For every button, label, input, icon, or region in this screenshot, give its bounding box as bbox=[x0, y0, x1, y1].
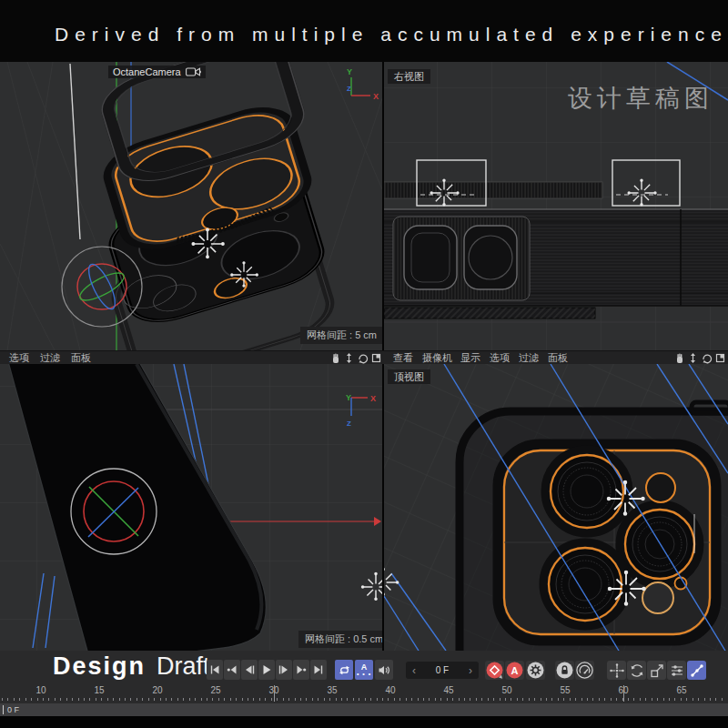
keyframe-track-button[interactable]: A• • • bbox=[355, 660, 373, 680]
bottom-left-scene bbox=[0, 364, 382, 651]
viewport-badge: 右视图 bbox=[388, 69, 430, 84]
keyframe-track-letter: A• • • bbox=[357, 663, 371, 676]
frame-next-arrow[interactable]: › bbox=[469, 664, 472, 677]
design-draft-title: DesignDraft bbox=[53, 652, 210, 681]
playhead-line bbox=[3, 705, 4, 714]
ruler-label: 35 bbox=[320, 685, 344, 695]
menu-panel[interactable]: 面板 bbox=[71, 352, 91, 364]
svg-text:Z: Z bbox=[347, 420, 351, 428]
timeline-scrubber[interactable]: 0 F bbox=[0, 703, 728, 716]
lens-bottom-left bbox=[543, 542, 627, 626]
lens-top-left bbox=[545, 450, 629, 533]
frame-counter[interactable]: ‹ 0 F › bbox=[406, 662, 479, 679]
axis-gizmo: Y X Z bbox=[340, 387, 380, 430]
title-bold: Design bbox=[53, 652, 146, 680]
prev-key-button[interactable] bbox=[224, 660, 240, 680]
svg-text:Z: Z bbox=[347, 85, 351, 93]
banner-title: Derived from multiple accumulated experi… bbox=[55, 24, 728, 46]
next-frame-button[interactable] bbox=[276, 660, 292, 680]
record-scale-button[interactable] bbox=[647, 661, 666, 680]
ruler-label: 50 bbox=[495, 685, 519, 695]
menu-camera[interactable]: 摄像机 bbox=[422, 352, 452, 364]
ruler-label: 20 bbox=[146, 685, 169, 695]
viewport-perspective[interactable]: OctaneCamera Y Z X 网格间距 : 5 cm bbox=[0, 62, 382, 350]
bottom-strip bbox=[0, 716, 728, 728]
frame-counter-value: 0 F bbox=[436, 665, 449, 675]
menu-options[interactable]: 选项 bbox=[9, 352, 29, 364]
top-view-scene bbox=[384, 364, 728, 651]
rotate-view-icon[interactable] bbox=[357, 352, 369, 364]
camera-icon bbox=[186, 67, 201, 76]
ruler-label: 45 bbox=[437, 685, 460, 695]
menu-filter[interactable]: 过滤 bbox=[40, 352, 60, 364]
svg-text:Y: Y bbox=[346, 393, 351, 402]
banner: Derived from multiple accumulated experi… bbox=[0, 0, 728, 62]
rotate-view-icon[interactable] bbox=[701, 352, 713, 364]
ruler-label: 55 bbox=[553, 685, 577, 695]
menu-display[interactable]: 显示 bbox=[460, 352, 480, 364]
jump-end-button[interactable] bbox=[310, 660, 327, 680]
ruler-label: 15 bbox=[87, 685, 111, 695]
frame-prev-arrow[interactable]: ‹ bbox=[412, 664, 416, 677]
record-rotation-button[interactable] bbox=[627, 661, 646, 680]
ruler-label: 65 bbox=[670, 685, 693, 695]
app-window: Derived from multiple accumulated experi… bbox=[0, 0, 728, 728]
jump-start-button[interactable] bbox=[207, 660, 223, 680]
rotation-gizmo[interactable] bbox=[71, 469, 157, 554]
zoom-arrows-icon[interactable] bbox=[687, 352, 699, 364]
loop-playback-button[interactable] bbox=[335, 660, 353, 680]
phone-side-body bbox=[384, 209, 728, 322]
record-keyframe-button[interactable] bbox=[485, 661, 504, 680]
viewport-nav-icons bbox=[329, 352, 382, 364]
perspective-scene bbox=[0, 62, 382, 350]
grid-spacing-label: 网格间距 : 5 cm bbox=[300, 327, 382, 344]
maximize-view-icon[interactable] bbox=[370, 352, 382, 364]
ruler-label: 10 bbox=[29, 685, 53, 695]
title-light: Draft bbox=[157, 652, 210, 680]
svg-text:X: X bbox=[373, 92, 379, 101]
white-spline bbox=[70, 64, 80, 239]
playback-rate-button[interactable] bbox=[575, 661, 594, 680]
watermark-text: 设计草稿图 bbox=[568, 82, 713, 115]
prev-frame-button[interactable] bbox=[241, 660, 258, 680]
autokey-letter: A bbox=[511, 665, 519, 676]
menu-panel2[interactable]: 面板 bbox=[548, 352, 568, 364]
camera-label[interactable]: OctaneCamera bbox=[108, 66, 206, 78]
svg-text:Y: Y bbox=[347, 67, 352, 76]
playhead[interactable]: 0 F bbox=[3, 704, 19, 715]
sound-button[interactable] bbox=[375, 660, 393, 680]
viewport-top-view[interactable]: 顶视图 bbox=[384, 364, 728, 651]
zoom-arrows-icon[interactable] bbox=[343, 352, 355, 364]
svg-text:X: X bbox=[370, 394, 376, 403]
lock-button[interactable] bbox=[555, 661, 574, 680]
menu-view[interactable]: 查看 bbox=[393, 352, 413, 364]
viewport-bottom-left[interactable]: Y X Z 网格间距 : 0.5 cm bbox=[0, 364, 382, 651]
maximize-view-icon[interactable] bbox=[714, 352, 726, 364]
lidar bbox=[642, 582, 673, 613]
camera-label-text: OctaneCamera bbox=[113, 66, 181, 77]
viewport-nav-icons-right bbox=[673, 352, 726, 364]
playhead-frame: 0 F bbox=[7, 705, 19, 714]
record-pla-button[interactable] bbox=[687, 661, 706, 680]
flash bbox=[646, 473, 675, 502]
menu-filter2[interactable]: 过滤 bbox=[519, 352, 539, 364]
menu-options2[interactable]: 选项 bbox=[490, 352, 510, 364]
keyframe-selection-button[interactable] bbox=[526, 661, 545, 680]
record-params-button[interactable] bbox=[667, 661, 686, 680]
next-key-button[interactable] bbox=[293, 660, 309, 680]
viewport-menubar: 选项 过滤 面板 查看 摄像机 显示 选项 过 bbox=[0, 350, 728, 364]
ruler-ticks bbox=[2, 698, 726, 701]
camera-module[interactable] bbox=[498, 444, 716, 641]
record-position-button[interactable] bbox=[607, 661, 626, 680]
axis-gizmo: Y Z X bbox=[342, 66, 380, 107]
pan-hand-icon[interactable] bbox=[329, 352, 341, 364]
viewport-badge: 顶视图 bbox=[388, 369, 430, 384]
timeline-footer: DesignDraft bbox=[0, 651, 728, 728]
ruler-label: 40 bbox=[379, 685, 402, 695]
play-button[interactable] bbox=[258, 660, 275, 680]
ruler-label: 25 bbox=[204, 685, 228, 695]
grid-spacing-label: 网格间距 : 0.5 cm bbox=[298, 631, 382, 648]
viewport-right-view[interactable]: 右视图 设计草稿图 bbox=[384, 62, 728, 350]
autokey-button[interactable]: A bbox=[505, 661, 524, 680]
pan-hand-icon[interactable] bbox=[673, 352, 685, 364]
